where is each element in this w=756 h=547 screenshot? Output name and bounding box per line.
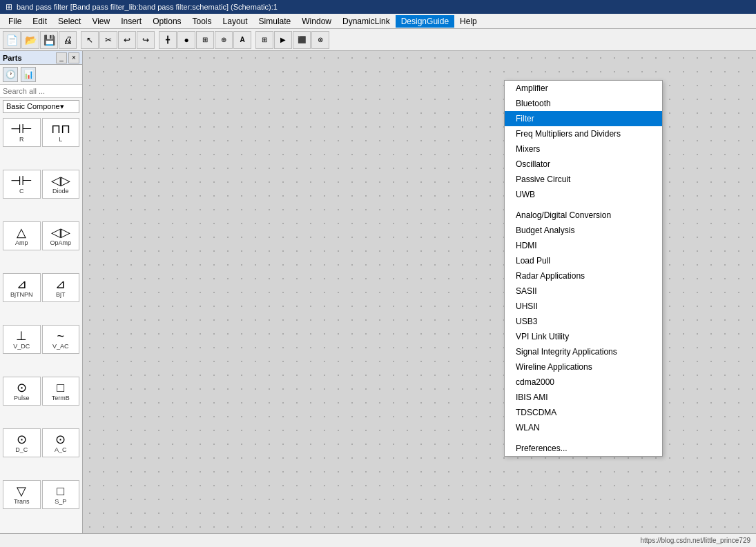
panel-minimize[interactable]: _	[56, 52, 67, 63]
toolbar-simulate[interactable]: ▶	[274, 31, 292, 49]
component-symbol-r: ⊣⊢	[10, 123, 32, 135]
designguide-item-wlan[interactable]: WLAN	[505, 420, 662, 435]
toolbar-undo[interactable]: ↩	[118, 31, 136, 49]
designguide-item-vpi-link[interactable]: VPI Link Utility	[505, 329, 662, 344]
toolbar-stop2[interactable]: ⊗	[311, 31, 329, 49]
component-amp[interactable]: △Amp	[3, 221, 41, 250]
component-label-l: L	[59, 136, 62, 143]
component-symbol-termb: □	[57, 381, 64, 394]
component-v_ac[interactable]: ~V_AC	[42, 325, 80, 354]
menu-item-simulate[interactable]: Simulate	[253, 15, 297, 28]
menu-bar: FileEditSelectViewInsertOptionsToolsLayo…	[0, 14, 756, 29]
toolbar-redo[interactable]: ↪	[137, 31, 155, 49]
component-symbol-d_c: ⊙	[17, 433, 27, 446]
designguide-item-filter[interactable]: Filter	[505, 111, 662, 126]
component-opamp[interactable]: ◁▷OpAmp	[42, 221, 80, 250]
menu-item-tools[interactable]: Tools	[187, 15, 217, 28]
component-d_c[interactable]: ⊙D_C	[3, 428, 41, 457]
designguide-item-wireline-apps[interactable]: Wireline Applications	[505, 359, 662, 375]
window-icon: ⊞	[6, 2, 12, 12]
menu-item-file[interactable]: File	[3, 15, 27, 28]
panel-close[interactable]: ×	[68, 52, 79, 63]
component-symbol-s_p: □	[57, 485, 64, 497]
menu-item-dynamiclink[interactable]: DynamicLink	[337, 15, 396, 28]
component-trans[interactable]: ▽Trans	[3, 480, 41, 509]
component-l[interactable]: ⊓⊓L	[42, 118, 80, 147]
component-label-a_c: A_C	[55, 446, 67, 453]
designguide-item-amplifier[interactable]: Amplifier	[505, 81, 662, 96]
parts-icon-clock[interactable]: 🕐	[3, 67, 18, 82]
component-diode[interactable]: ◁▷Diode	[42, 170, 80, 199]
designguide-item-hdmi[interactable]: HDMI	[505, 238, 662, 253]
designguide-item-bluetooth[interactable]: Bluetooth	[505, 96, 662, 111]
component-label-bjt: BjT	[56, 291, 66, 298]
component-a_c[interactable]: ⊙A_C	[42, 428, 80, 457]
component-r[interactable]: ⊣⊢R	[3, 118, 41, 147]
menu-item-window[interactable]: Window	[296, 15, 337, 28]
designguide-item-freq-mult[interactable]: Freq Multipliers and Dividers	[505, 126, 662, 141]
menu-item-edit[interactable]: Edit	[27, 15, 52, 28]
menu-item-designguide[interactable]: DesignGuide	[396, 15, 454, 28]
toolbar-text[interactable]: A	[233, 31, 251, 49]
designguide-item-ibis-ami[interactable]: IBIS AMI	[505, 390, 662, 405]
component-c[interactable]: ⊣⊢C	[3, 170, 41, 199]
toolbar-wire[interactable]: ╋	[159, 31, 177, 49]
menu-item-layout[interactable]: Layout	[217, 15, 253, 28]
toolbar-node[interactable]: ●	[177, 31, 195, 49]
toolbar-component[interactable]: ⊞	[255, 31, 273, 49]
component-symbol-v_dc: ⊥	[16, 330, 27, 342]
component-bjtnpn[interactable]: ⊿BjTNPN	[3, 273, 41, 302]
designguide-item-mixers[interactable]: Mixers	[505, 141, 662, 157]
toolbar-bus[interactable]: ⊞	[196, 31, 214, 49]
designguide-item-uhsii[interactable]: UHSII	[505, 299, 662, 314]
separator-sep2	[505, 435, 662, 441]
component-symbol-amp: △	[17, 226, 26, 239]
designguide-item-load-pull[interactable]: Load Pull	[505, 253, 662, 268]
component-s_p[interactable]: □S_P	[42, 480, 80, 509]
component-label-pulse: Pulse	[14, 395, 30, 401]
component-symbol-diode: ◁▷	[51, 175, 70, 187]
toolbar-print[interactable]: 🖨	[59, 31, 77, 49]
menu-item-help[interactable]: Help	[454, 15, 483, 28]
designguide-item-usb3[interactable]: USB3	[505, 314, 662, 329]
component-symbol-pulse: ⊙	[17, 381, 27, 394]
menu-item-options[interactable]: Options	[147, 15, 186, 28]
menu-item-insert[interactable]: Insert	[115, 15, 147, 28]
component-pulse[interactable]: ⊙Pulse	[3, 377, 41, 406]
designguide-item-signal-integrity[interactable]: Signal Integrity Applications	[505, 344, 662, 359]
designguide-item-budget-analysis[interactable]: Budget Analysis	[505, 223, 662, 238]
designguide-item-preferences[interactable]: Preferences...	[505, 441, 662, 456]
separator-sep1	[505, 202, 662, 208]
designguide-item-radar-apps[interactable]: Radar Applications	[505, 268, 662, 284]
menu-item-select[interactable]: Select	[52, 15, 86, 28]
component-type-dropdown[interactable]: Basic Compone▾	[3, 100, 79, 113]
toolbar-open[interactable]: 📂	[21, 31, 39, 49]
title-text: band pass filter [Band pass filter_lib:b…	[17, 3, 278, 11]
designguide-item-tdscdma[interactable]: TDSCDMA	[505, 405, 662, 420]
component-label-diode: Diode	[52, 188, 69, 195]
toolbar-arrow[interactable]: ↖	[81, 31, 99, 49]
designguide-item-uwb[interactable]: UWB	[505, 187, 662, 202]
toolbar-stop[interactable]: ⬛	[293, 31, 311, 49]
toolbar-save[interactable]: 💾	[40, 31, 58, 49]
designguide-item-sasii[interactable]: SASII	[505, 284, 662, 299]
component-symbol-bjtnpn: ⊿	[17, 278, 27, 290]
component-symbol-c: ⊣⊢	[10, 175, 32, 187]
main-layout: Parts _ × 🕐 📊 ▼ Basic Compone▾ ⊣⊢R⊓⊓L⊣⊢C…	[0, 51, 756, 533]
component-symbol-trans: ▽	[17, 485, 26, 497]
canvas-area[interactable]: AmplifierBluetoothFilterFreq Multipliers…	[83, 51, 756, 533]
component-v_dc[interactable]: ⊥V_DC	[3, 325, 41, 354]
component-label-bjtnpn: BjTNPN	[10, 291, 33, 298]
menu-item-view[interactable]: View	[86, 15, 115, 28]
designguide-item-cdma2000[interactable]: cdma2000	[505, 375, 662, 390]
designguide-item-passive-circuit[interactable]: Passive Circuit	[505, 172, 662, 187]
designguide-item-oscillator[interactable]: Oscillator	[505, 157, 662, 172]
component-bjt[interactable]: ⊿BjT	[42, 273, 80, 302]
component-termb[interactable]: □TermB	[42, 377, 80, 406]
component-symbol-l: ⊓⊓	[51, 123, 70, 135]
toolbar-new[interactable]: 📄	[3, 31, 21, 49]
toolbar-pin[interactable]: ⊕	[215, 31, 233, 49]
designguide-item-analog-digital[interactable]: Analog/Digital Conversion	[505, 208, 662, 223]
parts-icon-chart[interactable]: 📊	[21, 67, 36, 82]
toolbar-cut[interactable]: ✂	[99, 31, 117, 49]
